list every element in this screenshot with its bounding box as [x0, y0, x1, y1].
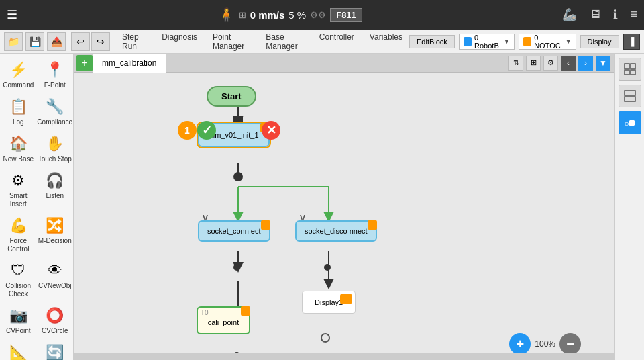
robot-label: 0 RobotB [474, 34, 501, 50]
display-btn[interactable]: Display [580, 35, 619, 48]
canvas-tab-mmcalibration[interactable]: mm_calibration [93, 54, 166, 73]
info-icon[interactable]: ℹ [613, 7, 618, 22]
sidebar-row-7: 📷 CVPoint ⭕ CVCircle [0, 302, 73, 338]
sidebar-item-smartinsert[interactable]: ⚙ Smart Insert [0, 167, 37, 211]
circle-display [321, 333, 330, 343]
prev-tab-arrow[interactable]: ‹ [561, 56, 576, 71]
fpoint-label: F-Point [44, 81, 66, 89]
point-manager-btn[interactable]: Point Manager [206, 30, 257, 54]
svg-rect-11 [625, 70, 629, 75]
sidebar-item-mminit[interactable]: 🔄 MM init [37, 339, 74, 360]
speed-value: 0 mm/s [250, 9, 285, 21]
main-area: ⚡ Command 📍 F-Point 📋 Log 🔧 Compliance 🏠… [0, 54, 644, 360]
diagnosis-btn[interactable]: Diagnosis [155, 30, 204, 54]
mdecision-icon: 🔀 [43, 215, 67, 236]
f-badge: F811 [330, 8, 362, 22]
conn-dot-4 [324, 264, 331, 271]
sidebar-item-cvcircle[interactable]: ⭕ CVCircle [37, 302, 74, 338]
cali-point-node[interactable]: T0 cali_point [197, 306, 250, 334]
export-icon[interactable]: 📤 [47, 32, 66, 51]
sidebar-item-command[interactable]: ⚡ Command [0, 56, 37, 92]
canvas-tab-icons: ⇅ ⊞ ⚙ ‹ › ▼ [508, 56, 614, 71]
cvpoint-label: CVPoint [6, 327, 31, 335]
display1-label: Display1 [315, 298, 343, 306]
right-btn-layout1[interactable] [619, 58, 641, 81]
notoc-label: 0 NOTOC [534, 34, 562, 50]
robot-arrow-icon: ▼ [504, 38, 510, 45]
sidebar-item-log[interactable]: 📋 Log [0, 93, 37, 129]
variables-btn[interactable]: Variables [363, 30, 409, 54]
svg-rect-14 [625, 97, 635, 101]
sidebar-item-mmcalibration[interactable]: 📐 MM calibration [0, 339, 37, 360]
zoom-out-btn[interactable]: − [559, 333, 581, 355]
sidebar-item-touchstop[interactable]: ✋ Touch Stop [37, 130, 74, 166]
sidebar-row-4: ⚙ Smart Insert 🎧 Listen [0, 167, 73, 211]
base-manager-btn[interactable]: Base Manager [259, 30, 310, 54]
layout2-icon [623, 89, 637, 103]
sidebar-item-cvpoint[interactable]: 📷 CVPoint [0, 302, 37, 338]
panel-toggle-btn[interactable]: ▐ [623, 34, 640, 50]
right-btn-toggle[interactable]: OFF [619, 111, 641, 134]
sidebar-item-compliance[interactable]: 🔧 Compliance [37, 93, 74, 129]
sidebar-item-forcecontrol[interactable]: 💪 Force Control [0, 212, 37, 256]
sidebar-item-collisioncheck[interactable]: 🛡 Collision Check [0, 257, 37, 301]
cvcircle-label: CVCircle [42, 327, 68, 335]
sidebar-item-newbase[interactable]: 🏠 New Base [0, 130, 37, 166]
badge-x: ✕ [262, 121, 280, 140]
horizontal-scrollbar[interactable] [74, 353, 614, 360]
redo-icon[interactable]: ↪ [91, 32, 110, 51]
robot-dropdown[interactable]: 0 RobotB ▼ [459, 34, 515, 50]
toolbar-right: EditBlock 0 RobotB ▼ 0 NOTOC ▼ Display ▐ [409, 34, 640, 50]
next-tab-arrow[interactable]: › [578, 56, 593, 71]
sidebar-row-5: 💪 Force Control 🔀 M-Decision [0, 212, 73, 256]
add-tab-btn[interactable]: + [76, 55, 93, 71]
menu-icon[interactable]: ≡ [630, 7, 637, 22]
sidebar-item-cvnewobj[interactable]: 👁 CVNewObj [37, 257, 74, 293]
sidebar-row-2: 📋 Log 🔧 Compliance [0, 93, 73, 129]
save-icon[interactable]: 💾 [25, 32, 44, 51]
undo-icon[interactable]: ↩ [71, 32, 90, 51]
zoom-in-btn[interactable]: + [509, 333, 531, 355]
speed-info: 🧍 ⊞ 0 mm/s 5 % ⚙⚙ F811 [218, 7, 362, 23]
step-run-btn[interactable]: Step Run [115, 30, 153, 54]
robot-arm-icon[interactable]: 🦾 [562, 7, 577, 22]
tab-dropdown-btn[interactable]: ▼ [596, 56, 610, 71]
flow-canvas[interactable]: Start mm_v01_init_1 1 ✓ ✕ [74, 73, 614, 360]
start-node[interactable]: Start [207, 86, 256, 107]
sidebar-item-fpoint[interactable]: 📍 F-Point [37, 56, 74, 92]
log-label: Log [13, 118, 24, 126]
settings-icon[interactable]: ⚙ [543, 56, 558, 71]
start-label: Start [207, 86, 256, 107]
fpoint-icon: 📍 [43, 59, 67, 81]
notoc-color-dot [523, 37, 531, 46]
notoc-dropdown[interactable]: 0 NOTOC ▼ [519, 34, 576, 50]
monitor-icon[interactable]: 🖥 [589, 7, 601, 22]
person-icon: 🧍 [218, 7, 235, 23]
sort-icon[interactable]: ⇅ [508, 56, 523, 71]
nav-buttons: Step Run Diagnosis Point Manager Base Ma… [115, 30, 409, 54]
open-file-icon[interactable]: 📁 [4, 32, 23, 51]
mdecision-label: M-Decision [38, 237, 72, 245]
display1-node[interactable]: Display1 [302, 291, 356, 314]
touchstop-icon: ✋ [43, 133, 67, 154]
socket-connect-node[interactable]: socket_conn ect [198, 220, 270, 242]
percent-value: 5 % [288, 9, 306, 21]
command-label: Command [3, 81, 34, 89]
top-icons: 🦾 🖥 ℹ ≡ [562, 7, 637, 22]
svg-rect-13 [625, 91, 635, 95]
controller-btn[interactable]: Controller [313, 30, 361, 54]
file-icons: 📁 💾 📤 [4, 32, 66, 51]
top-center-info: 🧍 ⊞ 0 mm/s 5 % ⚙⚙ F811 [24, 7, 555, 23]
gear-icons: ⚙⚙ [310, 10, 326, 20]
svg-rect-12 [631, 70, 635, 75]
flow-arrows [74, 73, 614, 360]
filter-icon[interactable]: ⊞ [526, 56, 541, 71]
edit-block-btn[interactable]: EditBlock [409, 35, 455, 48]
hamburger-menu[interactable]: ☰ [7, 7, 17, 22]
socket-disconnect-node[interactable]: socket_disco nnect [295, 220, 377, 242]
zoom-controls: + 100% − [509, 333, 581, 355]
sidebar-item-mdecision[interactable]: 🔀 M-Decision [37, 212, 74, 248]
sidebar-item-listen[interactable]: 🎧 Listen [37, 167, 74, 203]
right-btn-layout2[interactable] [619, 85, 641, 107]
forcecontrol-label: Force Control [1, 237, 36, 253]
